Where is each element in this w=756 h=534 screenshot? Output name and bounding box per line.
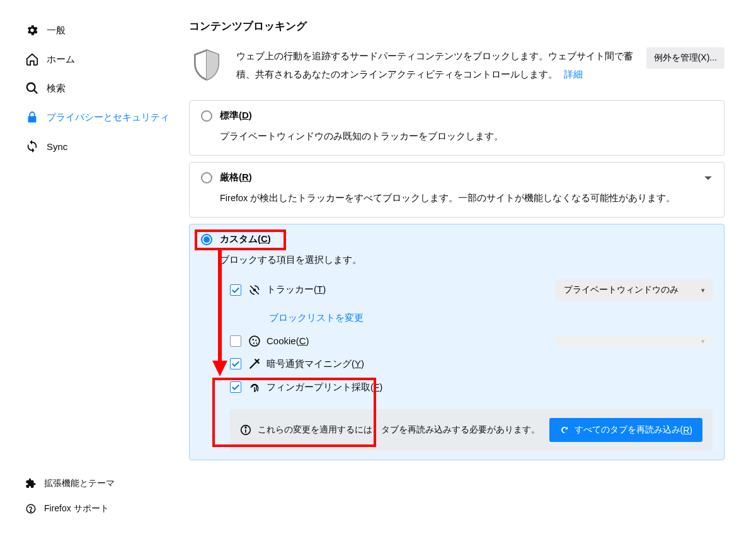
option-label: Cookie(C) — [266, 335, 309, 346]
option-label: フィンガープリント採取(F) — [266, 381, 382, 393]
sidebar-item-sync[interactable]: Sync — [25, 132, 170, 161]
mode-panel-standard[interactable]: 標準(D) プライベートウィンドウのみ既知のトラッカーをブロックします。 — [189, 100, 724, 156]
checkbox-fingerprinters[interactable] — [230, 381, 241, 393]
learn-more-link[interactable]: 詳細 — [564, 69, 583, 79]
trackers-select[interactable]: プライベートウィンドウのみ — [555, 279, 713, 301]
gear-icon — [25, 23, 39, 37]
cryptominer-icon — [249, 358, 260, 369]
sidebar-label: Firefox サポート — [44, 503, 109, 514]
sidebar-item-support[interactable]: Firefox サポート — [25, 496, 170, 521]
checkbox-trackers[interactable] — [230, 284, 241, 296]
option-label: トラッカー(T) — [266, 284, 326, 296]
fingerprint-icon — [249, 381, 260, 393]
sidebar-item-privacy[interactable]: プライバシーとセキュリティ — [25, 103, 170, 132]
chevron-down-icon[interactable] — [704, 173, 713, 182]
radio-custom[interactable] — [201, 234, 212, 245]
svg-point-8 — [253, 342, 255, 344]
reload-notice: これらの変更を適用するには、タブを再読み込みする必要があります。 すべてのタブを… — [230, 409, 713, 451]
sidebar-label: プライバシーとセキュリティ — [47, 112, 169, 124]
mode-desc: ブロックする項目を選択します。 — [220, 253, 713, 267]
svg-point-0 — [27, 83, 35, 91]
intro-row: ウェブ上の行動を追跡するサードパーティコンテンツをブロックします。ウェブサイト間… — [189, 47, 724, 84]
intro-text: ウェブ上の行動を追跡するサードパーティコンテンツをブロックします。ウェブサイト間… — [236, 47, 634, 83]
radio-standard[interactable] — [201, 110, 212, 122]
sidebar-item-general[interactable]: 一般 — [25, 16, 170, 45]
checkbox-cryptominers[interactable] — [230, 358, 241, 369]
mode-desc: Firefox が検出したトラッカーをすべてブロックします。一部のサイトが機能し… — [220, 191, 713, 206]
radio-strict[interactable] — [201, 172, 212, 183]
svg-point-12 — [245, 427, 246, 428]
svg-point-9 — [256, 342, 257, 344]
section-title: コンテンツブロッキング — [189, 19, 724, 33]
sidebar-label: 拡張機能とテーマ — [44, 478, 115, 489]
option-cryptominers: 暗号通貨マイニング(Y) — [230, 358, 713, 370]
option-trackers: トラッカー(T) プライベートウィンドウのみ — [230, 279, 713, 301]
reload-message: これらの変更を適用するには、タブを再読み込みする必要があります。 — [258, 422, 540, 436]
svg-point-6 — [252, 339, 254, 340]
info-icon — [240, 424, 251, 436]
home-icon — [25, 52, 39, 66]
reload-all-tabs-button[interactable]: すべてのタブを再読み込み(R) — [549, 418, 702, 442]
mode-desc: プライベートウィンドウのみ既知のトラッカーをブロックします。 — [220, 129, 713, 144]
shield-icon — [189, 47, 227, 84]
mode-panel-strict[interactable]: 厳格(R) Firefox が検出したトラッカーをすべてブロックします。一部のサ… — [189, 162, 724, 218]
tracker-icon — [249, 284, 260, 296]
search-icon — [25, 81, 39, 95]
change-blocklist-row: ブロックリストを変更 — [269, 312, 713, 324]
mode-panel-custom: カスタム(C) ブロックする項目を選択します。 トラッカー(T) プライベートウ… — [189, 224, 724, 460]
svg-point-5 — [249, 336, 260, 346]
sidebar-label: Sync — [47, 141, 67, 152]
sidebar-item-home[interactable]: ホーム — [25, 45, 170, 74]
mode-title: カスタム(C) — [220, 233, 271, 245]
svg-point-4 — [253, 288, 256, 291]
sidebar-label: 検索 — [47, 83, 66, 95]
svg-point-7 — [255, 339, 256, 340]
option-fingerprinters: フィンガープリント採取(F) — [230, 381, 713, 393]
cookie-icon — [249, 335, 260, 347]
sync-icon — [25, 139, 39, 153]
svg-marker-14 — [212, 361, 227, 376]
main-content: コンテンツブロッキング ウェブ上の行動を追跡するサードパーティコンテンツをブロッ… — [170, 0, 756, 534]
sidebar-item-extensions[interactable]: 拡張機能とテーマ — [25, 471, 170, 496]
checkbox-cookies[interactable] — [230, 335, 241, 347]
puzzle-icon — [25, 478, 37, 489]
sidebar-item-search[interactable]: 検索 — [25, 74, 170, 103]
help-icon — [25, 503, 37, 514]
manage-exceptions-button[interactable]: 例外を管理(X)... — [646, 47, 724, 69]
svg-point-3 — [30, 511, 31, 512]
mode-title: 標準(D) — [220, 110, 252, 122]
lock-icon — [25, 110, 39, 124]
change-blocklist-link[interactable]: ブロックリストを変更 — [269, 312, 364, 323]
svg-line-1 — [34, 90, 38, 94]
option-cookies: Cookie(C) — [230, 335, 713, 347]
settings-sidebar: 一般 ホーム 検索 プライバシーとセキュリティ Sync — [0, 0, 170, 534]
sidebar-label: 一般 — [47, 25, 66, 37]
option-label: 暗号通貨マイニング(Y) — [266, 358, 364, 370]
sidebar-label: ホーム — [47, 54, 75, 66]
mode-title: 厳格(R) — [220, 171, 252, 183]
annotation-arrow — [212, 250, 231, 376]
cookies-select — [555, 336, 713, 346]
